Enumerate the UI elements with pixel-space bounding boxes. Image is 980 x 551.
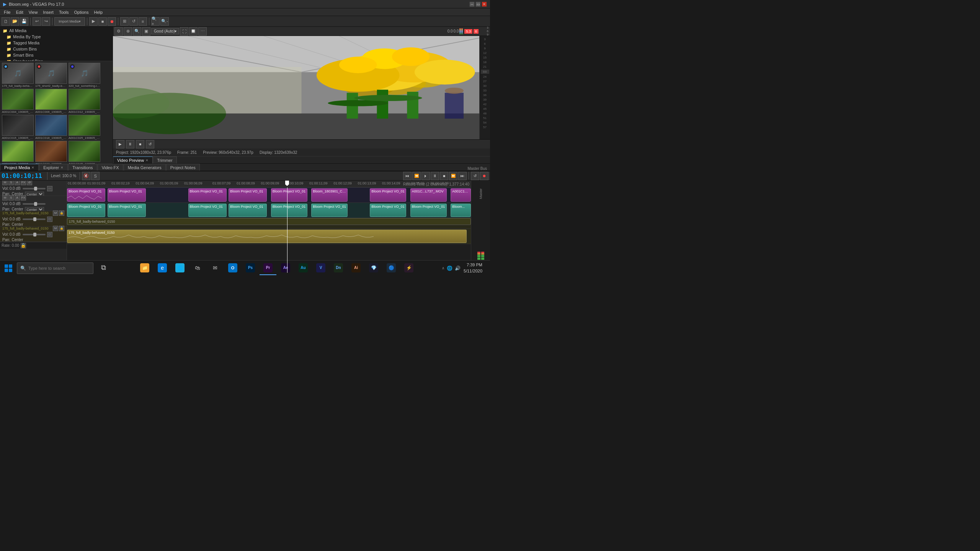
menu-options[interactable]: Options <box>72 9 91 15</box>
tab-project-notes[interactable]: Project Notes <box>166 164 200 171</box>
menu-edit[interactable]: Edit <box>14 9 26 15</box>
preview-fullscreen-button[interactable]: ⛶ <box>180 27 188 36</box>
clip-vo-5[interactable]: Bloom Project VO_01 <box>271 188 307 202</box>
tab-video-preview[interactable]: Video Preview ✕ <box>113 156 153 163</box>
track-1-fx[interactable]: FX <box>21 181 26 185</box>
loop-button[interactable]: ↺ <box>129 17 138 26</box>
track-1-phase[interactable]: Ø <box>27 181 32 185</box>
track-2-mono[interactable]: □ <box>47 217 52 222</box>
step-forward-button[interactable]: ⏩ <box>449 172 457 180</box>
taskbar-app-au[interactable]: Au <box>295 261 312 275</box>
clip-vo-2[interactable]: Bloom Project VO_01 <box>108 188 146 202</box>
play-from-start-button[interactable]: ⏵ <box>421 172 430 180</box>
titlebar-controls[interactable]: ─ ▭ ✕ <box>469 2 487 7</box>
tree-item-media-by-type[interactable]: 📁 Media By Type <box>1 34 112 40</box>
stop-transport-button[interactable]: ■ <box>440 172 448 180</box>
media-thumb-12[interactable]: A001C045_190806_L737.MOV <box>68 141 101 164</box>
preview-zoom-button[interactable]: 🔍 <box>133 27 141 36</box>
track-1-arm[interactable]: A <box>15 181 20 185</box>
track-3-mono[interactable]: □ <box>47 232 52 237</box>
minimize-button[interactable]: ─ <box>469 2 475 7</box>
tab-transitions[interactable]: Transitions <box>68 164 97 171</box>
tl-mute-button[interactable]: 🔇 <box>82 172 90 180</box>
tree-item-smart-bins[interactable]: 📁 Smart Bins <box>1 52 112 58</box>
skip-end-button[interactable]: ⏭ <box>458 172 467 180</box>
tree-item-custom-bins[interactable]: 📁 Custom Bins <box>1 46 112 52</box>
clip-vo-4[interactable]: Bloom Project VO_01 <box>229 188 267 202</box>
search-bar[interactable]: 🔍 <box>17 262 93 274</box>
task-view-button[interactable]: ⧉ <box>95 261 112 275</box>
zoom-in-button[interactable]: 🔍+ <box>151 17 160 26</box>
media-thumb-2[interactable]: 🎵 175_short2_badly-behaved_d_0032.wav <box>35 63 67 88</box>
preview-stop-button[interactable]: ■ <box>136 140 144 148</box>
preview-play-button[interactable]: ▶ <box>116 140 124 148</box>
track-1b-solo[interactable]: S <box>8 195 14 201</box>
clip-vo2-4[interactable]: Bloom Project VO_01 <box>229 204 267 217</box>
taskbar-app-edge[interactable]: e <box>154 261 171 275</box>
clip-vo2-6[interactable]: Bloom Project VO_01 <box>311 204 348 217</box>
taskbar-app-ch[interactable]: 🔵 <box>383 261 400 275</box>
tree-item-all-media[interactable]: 📁 All Media <box>1 28 112 34</box>
preview-toggle-button[interactable]: 🔲 <box>189 27 198 36</box>
media-thumb-7[interactable]: A001C015_190805_L737.MOV <box>2 115 34 140</box>
taskbar-app-ie[interactable]: 🌐 <box>172 261 188 275</box>
tl-solo-button[interactable]: S <box>91 172 100 180</box>
menu-file[interactable]: File <box>2 9 13 15</box>
track-1b-arm[interactable]: A <box>15 195 20 201</box>
save-button[interactable]: 💾 <box>20 17 28 26</box>
quality-dropdown[interactable]: Good (Auto)▾ <box>151 28 179 34</box>
track-3-mute[interactable]: M <box>53 226 58 231</box>
rate-lock-button[interactable]: 🔒 <box>21 243 26 248</box>
restore-button[interactable]: ▭ <box>475 2 481 7</box>
taskbar-app-misc[interactable]: ⚡ <box>400 261 417 275</box>
taskbar-app-explorer[interactable]: 📁 <box>136 261 153 275</box>
taskbar-app-outlook[interactable]: O <box>224 261 241 275</box>
track-3-lock[interactable]: 🔒 <box>59 226 64 231</box>
ripple-button[interactable]: ≡ <box>139 17 147 26</box>
stop-button[interactable]: ■ <box>98 17 107 26</box>
step-back-button[interactable]: ⏪ <box>412 172 421 180</box>
media-thumb-3[interactable]: 🎵 320_full_something-is-fixhy_0165.wav <box>68 63 101 88</box>
snap-button[interactable]: ⊞ <box>120 17 129 26</box>
track-1-vol-slider[interactable] <box>23 188 46 189</box>
tab-video-fx[interactable]: Video FX <box>98 164 123 171</box>
clip-vo2-2[interactable]: Bloom Project VO_01 <box>108 204 146 217</box>
media-thumb-8[interactable]: A001C018_190805_L737.MOV <box>35 115 67 140</box>
clip-vo-3[interactable]: Bloom Project VO_01 <box>188 188 227 202</box>
tab-trimmer[interactable]: Trimmer <box>153 156 177 163</box>
clip-vo2-5[interactable]: Bloom Project VO_01 <box>271 204 307 217</box>
tab-media-generators[interactable]: Media Generators <box>124 164 166 171</box>
track-1b-mute[interactable]: M <box>2 195 8 201</box>
track-1b-fx[interactable]: FX <box>21 195 26 201</box>
record-button[interactable]: ⏺ <box>108 17 116 26</box>
tree-item-storyboard-bins[interactable]: 📁 Storyboard Bins <box>1 58 112 61</box>
preview-split-button[interactable]: ⊕ <box>124 27 132 36</box>
tab-project-media[interactable]: Project Media ✕ <box>0 164 39 171</box>
media-thumb-4[interactable]: A001C004_190805_L737.MOV <box>2 89 34 114</box>
taskbar-app-ae[interactable]: Ae <box>277 261 294 275</box>
tab-explorer[interactable]: Explorer ✕ <box>39 164 68 171</box>
taskbar-app-ic[interactable]: 💎 <box>365 261 382 275</box>
clip-vo-7[interactable]: Bloom Project VO_01 <box>370 188 406 202</box>
track-1-mute[interactable]: M <box>2 181 8 185</box>
close-button[interactable]: ✕ <box>482 2 487 7</box>
undo-button[interactable]: ↩ <box>33 17 41 26</box>
preview-channel-button[interactable]: ▣ <box>142 27 150 36</box>
media-thumb-10[interactable]: A001C029_190806_L737.MOV <box>2 141 34 164</box>
new-button[interactable]: 🗋 <box>2 17 10 26</box>
track-2-mute[interactable]: M <box>53 210 58 216</box>
menu-tools[interactable]: Tools <box>57 9 71 15</box>
taskbar-app-ps[interactable]: Ps <box>242 261 259 275</box>
clip-vo-6[interactable]: Bloom_1803901_C0036 <box>311 188 348 202</box>
menu-help[interactable]: Help <box>91 9 105 15</box>
taskbar-app-vegas[interactable]: V <box>312 261 329 275</box>
loop-transport-button[interactable]: ↺ <box>471 172 479 180</box>
volume-icon[interactable]: 🔊 <box>455 266 461 271</box>
taskbar-app-mail[interactable]: ✉ <box>207 261 224 275</box>
taskbar-app-dn[interactable]: Dn <box>330 261 347 275</box>
track-1-mono[interactable]: ⋯ <box>47 186 52 191</box>
preview-loop-button[interactable]: ↺ <box>146 140 154 148</box>
preview-settings-button[interactable]: ⚙ <box>114 27 123 36</box>
import-media-button[interactable]: Import Media▾ <box>54 17 85 26</box>
menu-view[interactable]: View <box>26 9 40 15</box>
